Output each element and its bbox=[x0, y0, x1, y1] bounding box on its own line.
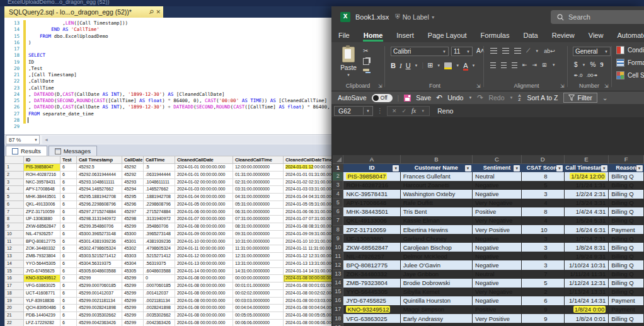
cell[interactable]: Negative bbox=[473, 279, 522, 288]
cell[interactable]: 45293.1048611111 bbox=[77, 178, 122, 186]
cell[interactable]: 45299 bbox=[77, 275, 122, 282]
cell[interactable]: ZOK-34480332 bbox=[24, 245, 60, 253]
cell[interactable]: MHK-38443501 bbox=[343, 207, 400, 216]
cell[interactable]: 6 bbox=[60, 305, 77, 312]
name-box[interactable]: G62▼ bbox=[334, 106, 373, 116]
column-letter[interactable]: B bbox=[400, 155, 472, 163]
cell[interactable]: 6 bbox=[60, 267, 77, 275]
cell[interactable]: Billing Q bbox=[609, 172, 644, 181]
filter-dropdown-icon[interactable]: ▼ bbox=[514, 165, 520, 172]
cell[interactable]: Billing Q bbox=[609, 234, 644, 243]
cell[interactable]: Negative bbox=[473, 243, 522, 252]
cell[interactable]: Billing Q bbox=[609, 260, 644, 269]
cell[interactable]: 6 bbox=[60, 186, 77, 194]
row-header[interactable]: 14 bbox=[333, 279, 343, 288]
cell[interactable]: 1/2/24 2:31 bbox=[564, 190, 609, 199]
cell[interactable]: 6 bbox=[60, 164, 77, 172]
cell[interactable]: .4798605324 bbox=[144, 245, 175, 253]
cell[interactable]: 45296.2298608796 bbox=[77, 201, 122, 208]
cell[interactable]: 2024-01-02 00:00:00.000 bbox=[175, 178, 233, 186]
cell[interactable]: IJF-13083880 bbox=[343, 234, 400, 243]
cell[interactable]: QKL-49133006 bbox=[343, 216, 400, 225]
cell[interactable]: NKC-39578431 bbox=[343, 190, 400, 199]
cell[interactable]: Delmor McKleod bbox=[400, 252, 472, 260]
cell[interactable]: 45299.0028241898 bbox=[77, 305, 122, 312]
cell[interactable]: .3131940972 bbox=[144, 216, 175, 223]
filter-dropdown-icon[interactable]: ▼ bbox=[636, 165, 643, 172]
cell[interactable]: NIL-47926257 bbox=[343, 252, 400, 260]
column-header[interactable]: CleanedCallDate bbox=[175, 156, 233, 164]
cell[interactable]: 45302.4798605324 bbox=[77, 245, 122, 253]
cell[interactable]: PDB-14404239 bbox=[24, 312, 60, 320]
close-icon[interactable]: ✕ bbox=[156, 9, 161, 15]
row-header[interactable]: 18 bbox=[333, 314, 343, 323]
cell[interactable]: ROH-40287216 bbox=[24, 171, 60, 178]
row-number[interactable]: 17 bbox=[5, 282, 24, 290]
cell[interactable]: 2024-01-04 00:00:00.000 bbox=[175, 194, 233, 201]
dialog-launcher-icon[interactable]: ⇲ bbox=[560, 83, 565, 89]
table-header-cell[interactable]: Call Timestamp▼ bbox=[564, 163, 609, 172]
cell[interactable]: VFG-63863025 bbox=[343, 314, 400, 323]
column-header[interactable]: ID bbox=[24, 156, 60, 164]
cell[interactable]: Washington Oxteby bbox=[400, 190, 472, 199]
row-number[interactable]: 2 bbox=[5, 171, 24, 178]
cell[interactable]: 1/8/24 0:02 bbox=[564, 323, 609, 326]
row-number[interactable]: 10 bbox=[5, 230, 24, 238]
cell[interactable]: 1/7/24 7:31 bbox=[564, 234, 609, 243]
cell[interactable]: 45292.0631944444 bbox=[77, 171, 122, 178]
bold-button[interactable]: B bbox=[391, 62, 396, 69]
cell[interactable]: YYO-56445305 bbox=[24, 260, 60, 267]
cell[interactable]: 2024-01-01 00:00:00.000 bbox=[175, 164, 233, 172]
cell[interactable]: .56319375 bbox=[144, 260, 175, 267]
cell[interactable]: 6 bbox=[60, 319, 77, 326]
table-header-cell[interactable]: ID▼ bbox=[343, 163, 400, 172]
cell[interactable]: 45299.0021181134 bbox=[77, 297, 122, 305]
table-header-cell[interactable]: CSAT Score▼ bbox=[521, 163, 564, 172]
cell[interactable]: 45300.3965273148 bbox=[77, 230, 122, 238]
row-header[interactable]: 2 bbox=[333, 172, 343, 181]
row-number[interactable]: 6 bbox=[5, 201, 24, 208]
insert-function-icon[interactable]: fx bbox=[411, 107, 416, 114]
cell[interactable]: 1/6/24 6:31 bbox=[564, 225, 609, 234]
cell[interactable]: .0035302662 bbox=[144, 312, 175, 320]
autosave-toggle[interactable]: Off bbox=[372, 94, 393, 102]
cell[interactable]: JYD-67455825 bbox=[24, 267, 60, 275]
cell[interactable]: Early Andrassy bbox=[400, 314, 472, 323]
pin-icon[interactable]: ⚲ bbox=[147, 8, 155, 16]
cell[interactable]: 7 bbox=[521, 270, 564, 279]
cell[interactable]: 8 bbox=[521, 172, 564, 181]
cell[interactable]: Jaye Gribbon bbox=[400, 270, 472, 279]
cell[interactable]: 03:31:00.0000000 bbox=[233, 186, 284, 194]
cell[interactable]: 45303.5215271412 bbox=[77, 253, 122, 260]
cell[interactable]: 1/1/24 1:31 bbox=[564, 181, 609, 190]
wrap-text-button[interactable]: ab↩ bbox=[544, 48, 555, 54]
align-middle-icon[interactable] bbox=[502, 48, 509, 54]
row-number[interactable]: 4 bbox=[5, 186, 24, 194]
cell[interactable]: 45292 bbox=[122, 164, 144, 172]
cell[interactable]: Billing Q bbox=[609, 199, 644, 207]
ribbon-tab-formulas[interactable]: Formulas bbox=[474, 28, 517, 42]
column-header[interactable]: CleanedCallTime bbox=[233, 156, 284, 164]
cell[interactable]: QKL-49133006 bbox=[24, 201, 60, 208]
cell[interactable]: VFG-63863025 bbox=[24, 282, 60, 290]
font-color-button[interactable]: A bbox=[463, 62, 468, 69]
cell[interactable]: Quintilla Hourston bbox=[400, 296, 472, 305]
cell[interactable]: 1/13/24 13:31 bbox=[564, 288, 609, 296]
cell[interactable]: 12:31:00.0000000 bbox=[233, 253, 284, 260]
cell[interactable]: 45297 bbox=[122, 208, 144, 216]
row-number[interactable]: 8 bbox=[5, 216, 24, 223]
cell[interactable]: MHK-38443501 bbox=[24, 194, 60, 201]
cell[interactable]: 2024-01-05 00:00:00.000 bbox=[175, 201, 233, 208]
cell[interactable]: ZOK-34480332 bbox=[343, 270, 400, 279]
cell[interactable]: 6 bbox=[60, 312, 77, 320]
cell[interactable]: PIS-39858047 bbox=[343, 172, 400, 181]
cell[interactable]: 6 bbox=[60, 171, 77, 178]
cell[interactable]: 45299 bbox=[122, 289, 144, 297]
row-header[interactable]: 11 bbox=[333, 252, 343, 260]
cell[interactable]: 6 bbox=[60, 201, 77, 208]
cell[interactable]: Elbertina Hewins bbox=[400, 225, 472, 234]
table-header-cell[interactable]: Customer Name▼ bbox=[400, 163, 472, 172]
cell[interactable]: 45294 bbox=[122, 186, 144, 194]
ribbon-tab-home[interactable]: Home bbox=[357, 28, 390, 42]
formula-bar-value[interactable]: Reno bbox=[437, 107, 453, 115]
